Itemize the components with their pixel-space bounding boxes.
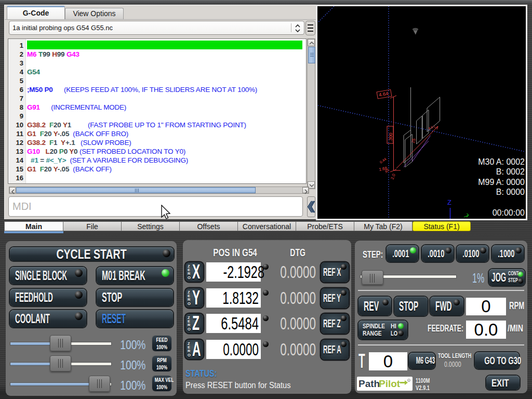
svg-text:B: 0002: B: 0002 bbox=[496, 167, 525, 176]
svg-text:B: 0000: B: 0000 bbox=[496, 188, 525, 196]
svg-text:M30 A: 0002: M30 A: 0002 bbox=[478, 157, 525, 166]
svg-text:25: 25 bbox=[410, 138, 416, 144]
svg-text:M99 A: 0000: M99 A: 0000 bbox=[478, 178, 525, 187]
svg-text:.300: .300 bbox=[388, 132, 393, 142]
svg-text:Path: Path bbox=[358, 378, 380, 389]
svg-text:00:00:00: 00:00:00 bbox=[493, 208, 525, 217]
svg-text:R: R bbox=[408, 379, 410, 382]
svg-text:Pilot: Pilot bbox=[379, 378, 401, 389]
svg-text:Z: Z bbox=[447, 198, 451, 206]
svg-text:0.44: 0.44 bbox=[379, 157, 387, 164]
svg-text:2.0: 2.0 bbox=[390, 173, 396, 180]
svg-text:4.64: 4.64 bbox=[378, 90, 389, 98]
